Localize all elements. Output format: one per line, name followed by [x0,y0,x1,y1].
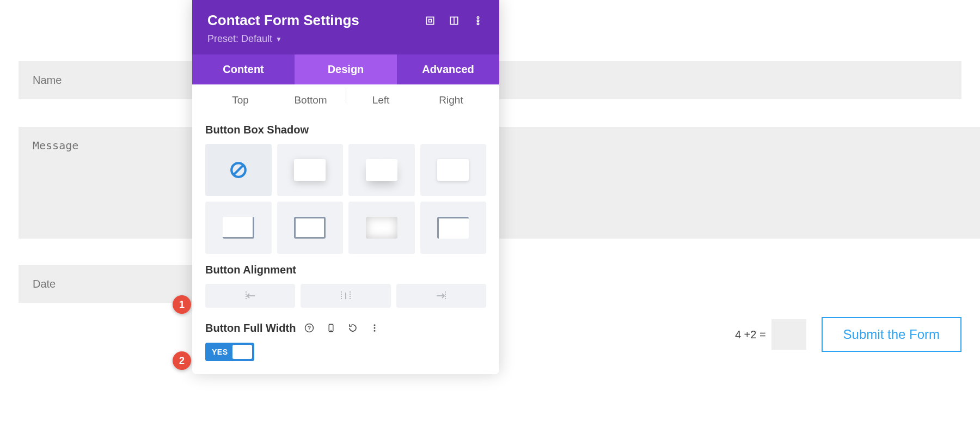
annotation-badge-2: 2 [173,351,191,370]
annotation-badge-1: 1 [173,295,191,314]
spacing-bottom-label: Bottom [275,94,346,106]
svg-point-19 [331,330,332,331]
shadow-option-2[interactable] [348,144,415,196]
svg-point-4 [477,17,479,19]
section-full-width-title: Button Full Width [205,322,296,334]
shadow-option-5[interactable] [277,202,344,254]
shadow-preview [437,159,469,181]
alignment-options [205,284,486,308]
captcha-input[interactable] [771,319,806,350]
align-center-icon [335,289,357,302]
shadow-preview [366,217,397,239]
shadow-option-6[interactable] [348,202,415,254]
panel-title: Contact Form Settings [207,12,359,29]
tab-advanced[interactable]: Advanced [397,54,499,84]
shadow-preview [294,217,326,239]
svg-rect-0 [426,17,433,24]
panel-layout-icon[interactable] [448,15,460,27]
chevron-down-icon: ▼ [275,35,282,43]
panel-header: Contact Form Settings Preset: Default ▼ [192,0,499,54]
tab-design[interactable]: Design [295,54,397,84]
submit-button[interactable]: Submit the Form [822,317,961,352]
more-vertical-icon[interactable] [366,320,383,336]
svg-point-6 [477,23,479,25]
shadow-preview [366,159,397,181]
spacing-labels: Top Bottom Left Right [205,91,486,114]
align-left-icon [240,289,261,302]
reset-icon[interactable] [345,320,361,336]
more-icon[interactable] [472,15,484,27]
no-shadow-icon [229,161,248,179]
full-width-toggle[interactable]: YES [205,343,254,361]
captcha-text: 4 +2 = [735,328,766,341]
message-textarea[interactable] [19,127,980,239]
section-alignment-title: Button Alignment [205,264,486,276]
tab-content[interactable]: Content [192,54,295,84]
panel-header-icons [424,15,484,27]
tabs: Content Design Advanced [192,54,499,84]
submit-row: 4 +2 = Submit the Form [735,317,961,352]
shadow-option-1[interactable] [277,144,344,196]
spacing-top-label: Top [205,94,275,106]
svg-point-21 [374,327,376,329]
panel-body: Top Bottom Left Right Button Box Shadow … [192,84,499,374]
shadow-preview [223,217,254,239]
spacing-right-label: Right [416,94,486,106]
svg-point-20 [374,324,376,326]
address-input[interactable] [434,61,961,99]
shadow-option-4[interactable] [205,202,272,254]
help-icon[interactable]: ? [301,320,317,336]
expand-icon[interactable] [424,15,436,27]
toggle-knob [232,345,252,359]
align-left-button[interactable] [205,284,295,308]
shadow-preview [437,217,469,239]
settings-panel: Contact Form Settings Preset: Default ▼ … [192,0,499,374]
svg-point-5 [477,20,479,21]
mobile-icon[interactable] [323,320,339,336]
spacing-left-label: Left [346,94,416,106]
full-width-label-row: Button Full Width ? [205,320,486,336]
section-box-shadow-title: Button Box Shadow [205,124,486,136]
preset-label: Preset: Default [207,33,272,45]
svg-point-22 [374,330,376,332]
shadow-preview [294,159,326,181]
box-shadow-options [205,144,486,254]
shadow-option-none[interactable] [205,144,272,196]
toggle-label: YES [212,348,228,356]
captcha: 4 +2 = [735,319,806,350]
svg-text:?: ? [308,325,311,331]
panel-header-top: Contact Form Settings [207,12,484,29]
align-right-icon [430,289,452,302]
align-right-button[interactable] [396,284,486,308]
shadow-option-3[interactable] [420,144,487,196]
align-center-button[interactable] [301,284,390,308]
svg-line-8 [234,166,243,175]
svg-rect-1 [429,20,432,22]
shadow-option-7[interactable] [420,202,487,254]
preset-dropdown[interactable]: Preset: Default ▼ [207,33,282,54]
